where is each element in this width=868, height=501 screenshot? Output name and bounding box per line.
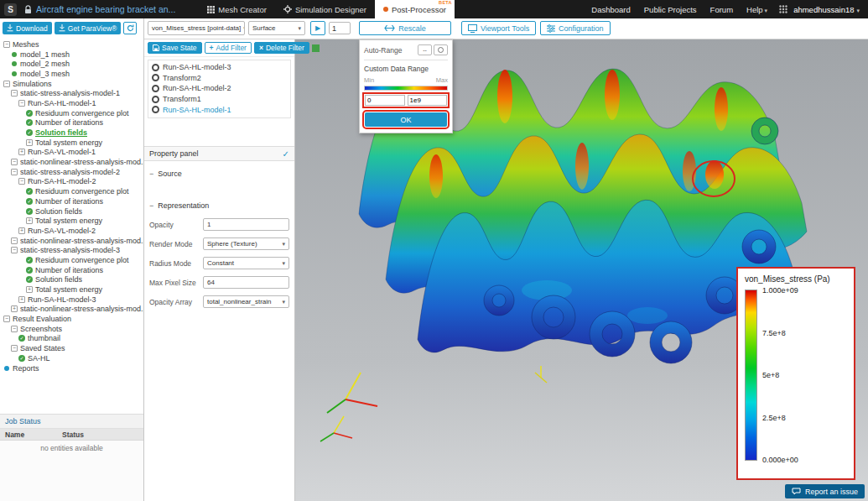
- tree-item[interactable]: Result Evaluation: [0, 314, 143, 324]
- tree-item[interactable]: Total system energy: [0, 284, 143, 295]
- tree-item[interactable]: Saved States: [0, 343, 143, 353]
- tree-item[interactable]: Total system energy: [0, 138, 143, 148]
- tree-item-icon: [11, 247, 18, 253]
- tree-item[interactable]: Number of iterations: [0, 265, 143, 275]
- property-field: Render Mode Sphere (Texture): [144, 237, 294, 250]
- tree-item[interactable]: thumbnail: [0, 334, 143, 344]
- property-field-control[interactable]: total_nonlinear_strain: [203, 295, 289, 308]
- apps-grid-icon[interactable]: [779, 5, 787, 13]
- tab-post-processor[interactable]: BETA Post-Processor: [375, 0, 455, 18]
- field-select[interactable]: von_Mises_stress [point-data]▾: [148, 21, 245, 35]
- rescale-button[interactable]: Rescale: [359, 21, 451, 35]
- divider: [364, 60, 448, 60]
- tree-item-icon: [11, 60, 18, 67]
- colorbar-tick-label: 0.000e+00: [762, 456, 798, 464]
- auto-range-toggle-button[interactable]: [434, 44, 448, 55]
- property-panel-header[interactable]: Property panel ✓: [144, 146, 294, 161]
- save-state-button[interactable]: Save State: [148, 42, 202, 54]
- tree-item-icon: [11, 159, 18, 165]
- tree-item[interactable]: static-nonlinear-stress-analysis-mod...: [0, 157, 143, 167]
- tab-mesh-creator[interactable]: Mesh Creator: [199, 0, 275, 18]
- tree-item-icon: [26, 257, 33, 264]
- simscale-logo[interactable]: S: [4, 3, 17, 16]
- max-value-input[interactable]: [408, 95, 448, 106]
- refresh-button[interactable]: [123, 22, 137, 34]
- download-button[interactable]: Download: [3, 22, 52, 34]
- tree-item[interactable]: Number of iterations: [0, 118, 143, 128]
- tree-item[interactable]: Meshes: [0, 39, 143, 50]
- tree-item[interactable]: Reports: [0, 363, 143, 373]
- tree-item[interactable]: Solution fields: [0, 275, 143, 285]
- representation-select[interactable]: Surface▾: [248, 21, 305, 35]
- tree-item[interactable]: Number of iterations: [0, 196, 143, 206]
- tree-item-icon: [18, 100, 25, 107]
- get-paraview-button[interactable]: Get ParaView®: [55, 22, 122, 34]
- frame-input[interactable]: [329, 22, 351, 34]
- tree-item[interactable]: Residuum convergence plot: [0, 108, 143, 118]
- colorbar-tick-label: 1.000e+09: [762, 286, 798, 295]
- visibility-eye-icon[interactable]: [152, 106, 159, 113]
- visibility-eye-icon[interactable]: [152, 96, 159, 103]
- range-preset-button[interactable]: --: [418, 44, 432, 55]
- min-label: Min: [364, 76, 374, 84]
- tree-item[interactable]: static-stress-analysis-model-2: [0, 167, 143, 177]
- delete-filter-button[interactable]: × Delete Filter: [254, 42, 309, 54]
- topbar-nav-item[interactable]: Public Projects: [644, 5, 699, 14]
- chevron-down-icon: ▾: [243, 25, 245, 32]
- pipeline-item[interactable]: Run-SA-HL-model-3: [148, 62, 290, 73]
- add-filter-button[interactable]: + Add Filter: [205, 42, 252, 54]
- pipeline-browser: Run-SA-HL-model-3 Transform2 Run-SA-HL-m…: [148, 60, 291, 118]
- tree-item[interactable]: Run-SA-HL-model-1: [0, 98, 143, 108]
- collapse-icon: −: [149, 170, 153, 178]
- tab-simulation-designer[interactable]: Simulation Designer: [275, 0, 375, 18]
- tree-item[interactable]: static-nonlinear-stress-analysis-mod...: [0, 305, 143, 315]
- tree-item[interactable]: static-stress-analysis-model-1: [0, 88, 143, 98]
- tree-item[interactable]: model_2 mesh: [0, 59, 143, 69]
- property-field-control[interactable]: Sphere (Texture): [203, 237, 289, 250]
- app-tabs: Mesh Creator Simulation Designer BETA Po…: [199, 0, 455, 18]
- report-issue-button[interactable]: Report an issue: [785, 484, 865, 498]
- tree-item[interactable]: Run-SA-VL-model-2: [0, 226, 143, 236]
- property-field-control[interactable]: 64: [203, 276, 289, 289]
- tree-item[interactable]: Solution fields: [0, 128, 143, 138]
- visibility-eye-icon[interactable]: [152, 64, 159, 71]
- tree-item[interactable]: static-nonlinear-stress-analysis-mod...: [0, 236, 143, 246]
- pipeline-item[interactable]: Transform2: [148, 73, 290, 84]
- pipeline-item[interactable]: Transform1: [148, 94, 290, 105]
- configuration-button[interactable]: Configuration: [540, 21, 611, 35]
- visibility-eye-icon[interactable]: [152, 85, 159, 92]
- viewport-tools-button[interactable]: Viewport Tools: [461, 21, 536, 35]
- pipeline-item[interactable]: Run-SA-HL-model-2: [148, 83, 290, 94]
- tree-item[interactable]: Simulations: [0, 79, 143, 89]
- tree-item[interactable]: Run-SA-VL-model-1: [0, 148, 143, 158]
- topbar-nav-item[interactable]: Dashboard: [591, 5, 632, 14]
- property-field-control[interactable]: Constant: [203, 257, 289, 269]
- property-field-control[interactable]: 1: [203, 218, 289, 231]
- play-button[interactable]: ▶: [310, 21, 325, 35]
- tree-item[interactable]: Solution fields: [0, 206, 143, 217]
- tree-item[interactable]: static-stress-analysis-model-3: [0, 245, 143, 255]
- pipeline-item[interactable]: Run-SA-HL-model-1: [148, 104, 290, 115]
- sidebar: Download Get ParaView® Meshes model_1 me…: [0, 18, 144, 501]
- tree-item[interactable]: Residuum convergence plot: [0, 186, 143, 196]
- tree-item[interactable]: Residuum convergence plot: [0, 255, 143, 265]
- topbar-nav-item[interactable]: Forum: [710, 5, 735, 14]
- topbar-nav-item[interactable]: Help▾: [746, 5, 767, 14]
- tree-item[interactable]: model_3 mesh: [0, 69, 143, 79]
- property-field-label: Render Mode: [149, 240, 203, 248]
- tree-item[interactable]: SA-HL: [0, 353, 143, 363]
- section-source[interactable]: − Source: [144, 170, 294, 178]
- tree-item[interactable]: model_1 mesh: [0, 50, 143, 60]
- ok-button[interactable]: OK: [365, 112, 447, 127]
- tree-item[interactable]: Run-SA-HL-model-2: [0, 177, 143, 187]
- min-value-input[interactable]: [365, 95, 405, 106]
- tree-item-label: model_1 mesh: [20, 50, 70, 59]
- visibility-eye-icon[interactable]: [152, 74, 159, 81]
- project-title[interactable]: Aircraft engine bearing bracket an...: [36, 4, 175, 14]
- pipeline-item-label: Transform1: [163, 95, 201, 103]
- tree-item[interactable]: Total system energy: [0, 216, 143, 226]
- user-menu[interactable]: ahmedhussain18▾: [793, 5, 860, 14]
- tree-item[interactable]: Run-SA-HL-model-3: [0, 295, 143, 305]
- tree-item[interactable]: Screenshots: [0, 324, 143, 334]
- section-representation[interactable]: − Representation: [144, 201, 294, 210]
